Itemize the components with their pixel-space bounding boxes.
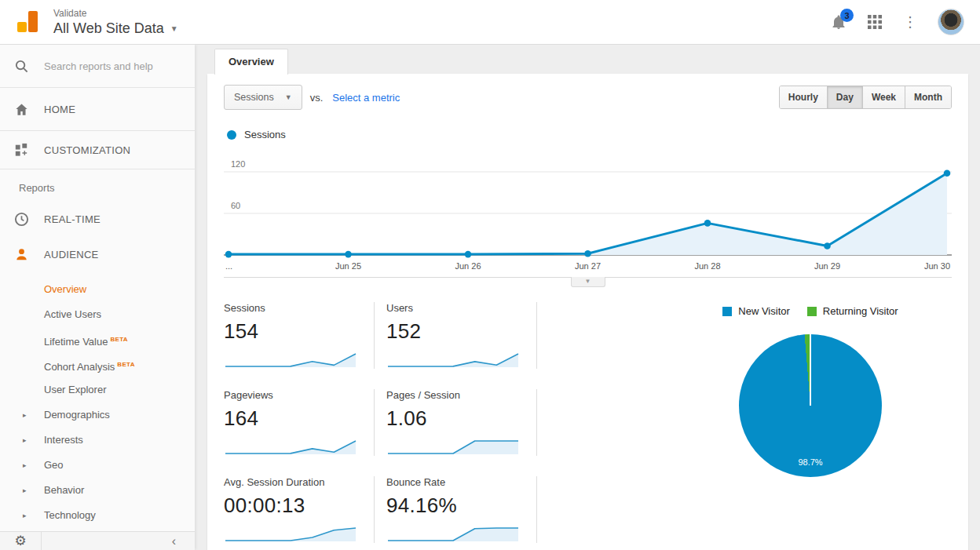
sidebar-item-label: Overview <box>44 283 86 295</box>
overview-panel: Sessions ▼ vs. Select a metric HourlyDay… <box>207 74 968 550</box>
sidebar-item-label: Behavior <box>44 484 84 496</box>
tab-overview[interactable]: Overview <box>214 49 288 75</box>
series-legend-label: Sessions <box>244 129 286 140</box>
sidebar-item-cohort-analysis[interactable]: Cohort AnalysisBETA <box>0 352 195 377</box>
sidebar-item-geo[interactable]: ▸Geo <box>0 453 195 478</box>
pie-legend: New VisitorReturning Visitor <box>681 305 940 317</box>
beta-badge: BETA <box>117 361 134 368</box>
person-icon <box>13 247 30 262</box>
collapse-sidebar-button[interactable]: ‹ <box>172 534 195 548</box>
chevron-left-icon: ‹ <box>172 534 176 548</box>
sidebar-item-overview[interactable]: Overview <box>0 277 195 302</box>
chevron-down-icon: ▼ <box>285 93 292 101</box>
svg-text:60: 60 <box>231 201 240 210</box>
sidebar-item-audience[interactable]: AUDIENCE <box>0 236 195 272</box>
sidebar-item-label: Active Users <box>44 308 101 320</box>
legend-label: New Visitor <box>738 305 790 317</box>
admin-settings-button[interactable]: ⚙ <box>0 532 42 550</box>
metric-dropdown[interactable]: Sessions ▼ <box>224 85 302 110</box>
pie-slice-divider <box>810 334 811 406</box>
card-pageviews[interactable]: Pageviews164 <box>224 389 375 456</box>
notification-count-badge: 3 <box>840 9 854 22</box>
card-sparkline <box>224 437 357 456</box>
card-bounce-rate[interactable]: Bounce Rate94.16% <box>386 476 537 543</box>
expand-arrow-icon[interactable]: ▸ <box>23 478 27 503</box>
svg-text:120: 120 <box>231 159 245 169</box>
svg-text:...: ... <box>225 261 232 271</box>
expand-annotations-button[interactable]: ▼ <box>571 277 605 287</box>
legend-swatch-icon <box>722 307 732 316</box>
apps-grid-button[interactable] <box>867 14 883 30</box>
avatar[interactable] <box>938 9 964 35</box>
sidebar-item-label: Technology <box>44 509 96 521</box>
svg-text:Jun 30: Jun 30 <box>924 261 950 271</box>
metric-cards: Sessions154Users152Pageviews164Pages / S… <box>224 302 549 550</box>
vs-label: vs. <box>310 92 324 104</box>
card-sparkline <box>224 350 357 369</box>
card-sessions[interactable]: Sessions154 <box>224 302 375 369</box>
search-icon <box>13 59 30 74</box>
sidebar-item-label: CUSTOMIZATION <box>44 144 130 156</box>
granularity-hourly[interactable]: Hourly <box>780 86 827 108</box>
reports-section-heading: Reports <box>0 169 195 202</box>
sidebar-item-label: User Explorer <box>44 384 106 395</box>
sidebar-item-lifetime-value[interactable]: Lifetime ValueBETA <box>0 327 195 352</box>
sidebar-item-realtime[interactable]: REAL-TIME <box>0 202 195 236</box>
kebab-icon: ⋮ <box>903 15 917 29</box>
sidebar-item-active-users[interactable]: Active Users <box>0 302 195 327</box>
granularity-week[interactable]: Week <box>862 86 905 108</box>
card-sparkline <box>386 524 520 543</box>
chevron-down-icon: ▼ <box>170 24 178 33</box>
expand-arrow-icon[interactable]: ▸ <box>23 453 27 478</box>
sidebar-item-technology[interactable]: ▸Technology <box>0 503 195 528</box>
home-icon <box>13 102 30 117</box>
legend-label: Returning Visitor <box>823 305 898 317</box>
property-name: All Web Site Data <box>53 20 164 37</box>
sidebar-item-demographics[interactable]: ▸Demographics <box>0 402 195 428</box>
visitor-pie-chart[interactable]: 98.7% <box>739 334 882 477</box>
analytics-logo-icon[interactable] <box>17 11 39 33</box>
select-metric-link[interactable]: Select a metric <box>332 92 400 104</box>
series-dot-icon <box>227 130 236 140</box>
more-options-button[interactable]: ⋮ <box>903 15 917 29</box>
granularity-toggle: HourlyDayWeekMonth <box>779 86 952 109</box>
card-value: 1.06 <box>386 406 525 431</box>
sidebar-item-user-explorer[interactable]: User Explorer <box>0 377 195 402</box>
sidebar-item-label: Interests <box>44 434 83 446</box>
card-label: Users <box>386 302 525 314</box>
sidebar-item-behavior[interactable]: ▸Behavior <box>0 478 195 503</box>
granularity-month[interactable]: Month <box>905 86 951 108</box>
search-input[interactable]: Search reports and help <box>0 45 195 88</box>
main-content: Overview Sessions ▼ vs. Select a metric … <box>195 45 980 550</box>
sidebar-item-label: Lifetime Value <box>44 336 108 348</box>
customization-icon <box>13 143 30 157</box>
svg-text:Jun 28: Jun 28 <box>694 261 720 271</box>
sidebar-item-label: Demographics <box>44 409 110 421</box>
apps-grid-icon <box>867 14 883 30</box>
card-value: 00:00:13 <box>224 494 363 518</box>
card-value: 152 <box>386 319 525 344</box>
card-avg-session-duration[interactable]: Avg. Session Duration00:00:13 <box>224 476 375 543</box>
legend-item-new-visitor: New Visitor <box>722 305 790 317</box>
account-name: Validate <box>53 8 178 19</box>
notifications-button[interactable]: 3 <box>831 14 847 30</box>
card-users[interactable]: Users152 <box>386 302 537 369</box>
expand-arrow-icon[interactable]: ▸ <box>23 402 27 428</box>
card-pages-session[interactable]: Pages / Session1.06 <box>386 389 537 456</box>
svg-text:Jun 29: Jun 29 <box>814 261 840 271</box>
svg-text:Jun 25: Jun 25 <box>335 261 361 271</box>
expand-arrow-icon[interactable]: ▸ <box>23 428 27 453</box>
search-placeholder: Search reports and help <box>44 60 153 72</box>
chevron-down-icon: ▼ <box>585 278 591 285</box>
account-switcher[interactable]: Validate All Web Site Data ▼ <box>53 8 178 37</box>
sidebar-item-label: Geo <box>44 459 64 471</box>
sidebar: Search reports and help HOME CUSTOMIZATI… <box>0 45 195 550</box>
sessions-line-chart[interactable]: 60120...Jun 25Jun 26Jun 27Jun 28Jun 29Ju… <box>224 148 968 277</box>
clock-icon <box>13 212 30 227</box>
granularity-day[interactable]: Day <box>827 86 862 108</box>
sidebar-item-interests[interactable]: ▸Interests <box>0 428 195 453</box>
expand-arrow-icon[interactable]: ▸ <box>23 503 27 528</box>
sidebar-item-home[interactable]: HOME <box>0 88 195 131</box>
sidebar-item-customization[interactable]: CUSTOMIZATION <box>0 131 195 169</box>
pie-perc点-label: 98.7% <box>739 457 882 467</box>
